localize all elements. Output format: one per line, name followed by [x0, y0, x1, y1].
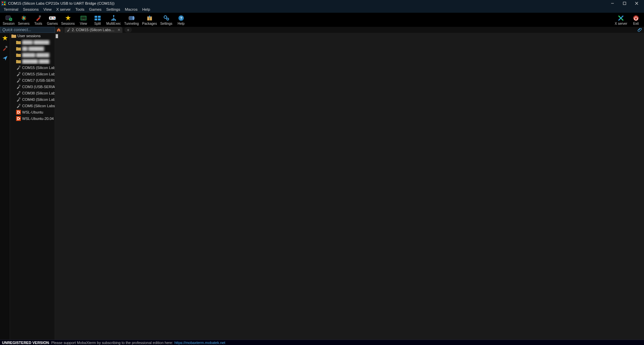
svg-rect-49: [19, 72, 20, 74]
close-button[interactable]: [631, 0, 643, 7]
toolbar-xserver[interactable]: X server: [613, 13, 629, 27]
help-icon: ?: [178, 15, 184, 21]
session-tree-header[interactable]: User sessions: [10, 33, 55, 39]
serial-icon: [16, 65, 21, 70]
maximize-button[interactable]: [619, 0, 631, 7]
session-item[interactable]: COM40 (Silicon Labs CP: [10, 96, 55, 102]
svg-rect-22: [83, 19, 85, 20]
svg-rect-4: [4, 4, 5, 5]
svg-rect-1: [2, 2, 3, 3]
folder-icon: [16, 40, 21, 45]
serial-icon: [16, 78, 21, 83]
svg-point-38: [167, 18, 169, 20]
split-icon: [94, 15, 101, 21]
svg-point-37: [164, 16, 167, 18]
menu-help[interactable]: Help: [140, 7, 153, 12]
session-item-label: WSL-Ubuntu-20.04: [22, 117, 54, 121]
folder-icon: [16, 59, 21, 64]
svg-rect-3: [2, 4, 3, 5]
svg-point-16: [53, 17, 54, 18]
session-item-label: ██████ ████: [22, 59, 49, 63]
svg-rect-52: [19, 91, 20, 93]
toolbar-settings[interactable]: Settings: [159, 13, 174, 27]
attachment-icon[interactable]: [637, 27, 643, 32]
tab-label: 2. COM15 (Silicon Labs CP210x U…: [72, 28, 115, 32]
toolbar-tools[interactable]: Tools: [32, 13, 45, 27]
svg-rect-53: [19, 97, 20, 99]
session-icon: [5, 15, 12, 21]
session-item[interactable]: COM6 (Silicon Labs CP2: [10, 102, 55, 109]
menu-view[interactable]: View: [41, 7, 54, 12]
tab-close-icon[interactable]: ✕: [117, 28, 120, 32]
folder-icon: [11, 34, 16, 38]
ubuntu-icon: [16, 116, 21, 121]
toolbar-view[interactable]: View: [77, 13, 90, 27]
session-item[interactable]: COM17 (USB-SERIAL C: [10, 77, 55, 83]
sidestrip-tools-icon[interactable]: [2, 45, 8, 52]
packages-icon: [146, 15, 153, 21]
new-tab-button[interactable]: ＋: [124, 27, 132, 32]
menu-tools[interactable]: Tools: [73, 7, 87, 12]
menu-settings[interactable]: Settings: [104, 7, 123, 12]
svg-point-47: [5, 46, 7, 48]
folder-icon: [16, 53, 21, 57]
ubuntu-icon: [16, 110, 21, 115]
status-text: - Please support MobaXterm by subscribin…: [49, 341, 173, 345]
session-item[interactable]: █████ █████: [10, 52, 55, 58]
svg-rect-48: [19, 66, 20, 67]
toolbar-packages[interactable]: Packages: [141, 13, 158, 27]
toolbar-tunneling[interactable]: Tunneling: [123, 13, 140, 27]
sidestrip-star-icon[interactable]: [2, 35, 8, 42]
svg-rect-23: [95, 16, 97, 18]
terminal-pane[interactable]: [55, 33, 644, 340]
svg-point-58: [17, 111, 18, 112]
menu-sessions[interactable]: Sessions: [20, 7, 41, 12]
tab-session-active[interactable]: 2. COM15 (Silicon Labs CP210x U… ✕: [64, 27, 122, 33]
serial-icon: [16, 97, 21, 102]
menu-xserver[interactable]: X server: [54, 7, 73, 12]
settings-icon: [163, 15, 170, 21]
menu-games[interactable]: Games: [87, 7, 104, 12]
toolbar-session[interactable]: Session: [1, 13, 16, 27]
minimize-button[interactable]: [606, 0, 619, 7]
session-item[interactable]: ██ ██████: [10, 45, 55, 52]
svg-rect-45: [69, 28, 70, 29]
session-item[interactable]: COM3 (USB-SERIAL CH: [10, 83, 55, 90]
menu-terminal[interactable]: Terminal: [1, 7, 20, 12]
quick-connect-input[interactable]: Quick connect...: [0, 27, 55, 33]
toolbar-servers[interactable]: Servers: [17, 13, 31, 27]
toolbar-games[interactable]: Games: [46, 13, 59, 27]
status-link[interactable]: https://mobaxterm.mobatek.net: [174, 341, 225, 345]
session-item-label: COM15 (Silicon Labs CP: [22, 72, 55, 76]
games-icon: [49, 15, 56, 21]
toolbar-sessions[interactable]: Sessions: [60, 13, 76, 27]
svg-rect-15: [39, 15, 41, 17]
session-item[interactable]: WSL-Ubuntu-20.04: [10, 115, 55, 122]
session-item[interactable]: COM38 (Silicon Labs CP: [10, 90, 55, 96]
window-title: COM15 (Silicon Labs CP210x USB to UART B…: [8, 1, 114, 5]
xserver-icon: [618, 15, 624, 21]
sidestrip-send-icon[interactable]: [2, 55, 8, 62]
tab-home[interactable]: [55, 27, 64, 33]
menu-macros[interactable]: Macros: [122, 7, 140, 12]
session-item[interactable]: ██████ ████: [10, 58, 55, 64]
session-item[interactable]: WSL-Ubuntu: [10, 109, 55, 115]
session-item[interactable]: COM15 (Silicon Labs CP: [10, 71, 55, 77]
serial-tab-icon: [66, 28, 70, 32]
svg-text:?: ?: [180, 16, 182, 20]
session-item[interactable]: ████ ██████: [10, 39, 55, 45]
toolbar-split[interactable]: Split: [91, 13, 104, 27]
svg-rect-25: [95, 18, 97, 20]
session-item[interactable]: COM15 (Silicon Labs CP: [10, 64, 55, 71]
toolbar-exit[interactable]: Exit: [629, 13, 643, 27]
toolbar-help[interactable]: ? Help: [174, 13, 188, 27]
star-icon: [65, 15, 71, 21]
svg-rect-26: [98, 18, 101, 20]
session-item-label: COM3 (USB-SERIAL CH: [22, 85, 55, 89]
multiexec-icon: [110, 15, 117, 21]
toolbar-multiexec[interactable]: MultiExec: [105, 13, 122, 27]
svg-point-62: [19, 118, 20, 119]
quick-connect-placeholder: Quick connect...: [2, 27, 31, 32]
session-item-label: ████ ██████: [22, 40, 49, 44]
svg-rect-24: [98, 16, 101, 18]
